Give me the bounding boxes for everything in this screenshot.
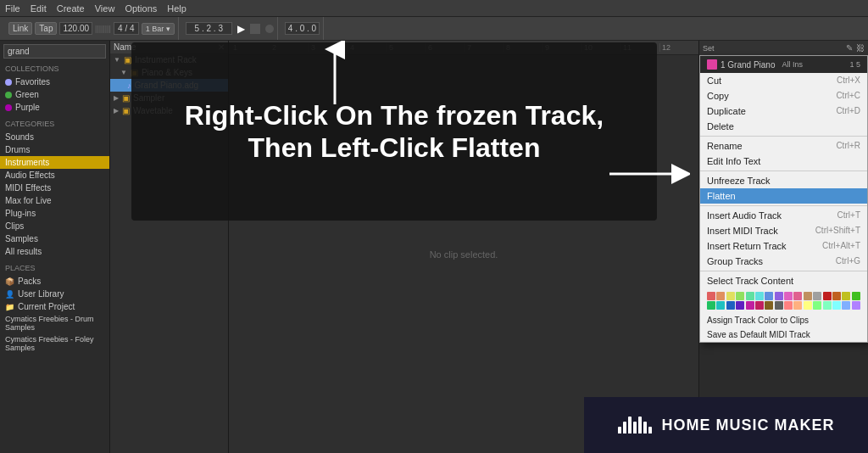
sidebar-audio-effects[interactable]: Audio Effects [0, 169, 109, 182]
menu-edit[interactable]: Edit [31, 3, 47, 14]
categories-title: Categories [0, 117, 109, 131]
favorites-label: Favorites [15, 77, 50, 87]
bpm-bars: |||||||| [95, 25, 111, 33]
swatch-11[interactable] [804, 292, 812, 300]
swatch-31[interactable] [842, 301, 850, 310]
hmm-badge: HOME MUSIC MAKER [584, 397, 868, 453]
ctx-rename[interactable]: Rename Ctrl+R [700, 138, 867, 154]
swatch-2[interactable] [716, 292, 725, 300]
toolbar-link-section: Link Tap 120.00 |||||||| 4 / 4 1 Bar ▾ [5, 17, 179, 40]
loop-btn[interactable]: 1 Bar ▾ [142, 23, 175, 35]
ctx-sep-3 [700, 205, 867, 206]
swatch-13[interactable] [823, 292, 832, 300]
bar-3 [628, 417, 632, 433]
ctx-insert-return[interactable]: Insert Return Track Ctrl+Alt+T [700, 238, 867, 254]
swatch-19[interactable] [726, 301, 735, 310]
swatch-28[interactable] [813, 301, 821, 310]
swatch-9[interactable] [784, 292, 793, 300]
swatch-16[interactable] [852, 292, 860, 300]
sidebar-cymatics-foley[interactable]: Cymatics Freebies - Foley Samples [0, 333, 109, 354]
device-edit-icon[interactable]: ✎ [846, 43, 853, 53]
swatch-15[interactable] [842, 292, 850, 300]
ctx-insert-audio[interactable]: Insert Audio Track Ctrl+T [700, 208, 867, 223]
ctx-duplicate[interactable]: Duplicate Ctrl+D [700, 103, 867, 119]
menu-file[interactable]: File [5, 3, 20, 14]
sidebar-user-library[interactable]: 👤 User Library [0, 288, 109, 300]
menu-help[interactable]: Help [167, 3, 186, 14]
ctx-edit-info[interactable]: Edit Info Text [700, 154, 867, 169]
ctx-assign-color[interactable]: Assign Track Color to Clips [700, 313, 867, 327]
stop-button[interactable] [250, 24, 260, 34]
tap-button[interactable]: Tap [35, 22, 57, 35]
swatch-7[interactable] [765, 292, 773, 300]
sidebar-current-project[interactable]: 📁 Current Project [0, 300, 109, 313]
swatch-29[interactable] [823, 301, 832, 310]
time-sig[interactable]: 4 / 4 [114, 22, 139, 35]
swatch-23[interactable] [765, 301, 773, 310]
sidebar-midi-effects[interactable]: MIDI Effects [0, 182, 109, 194]
sidebar-instruments[interactable]: Instruments [0, 156, 109, 169]
folder-icon3: ▣ [122, 93, 130, 103]
sidebar-clips[interactable]: Clips [0, 220, 109, 232]
ctx-delete[interactable]: Delete [700, 119, 867, 134]
file-icon: ♪ [127, 81, 131, 90]
swatch-21[interactable] [746, 301, 754, 310]
swatch-8[interactable] [775, 292, 783, 300]
play-button[interactable]: ▶ [237, 23, 245, 35]
record-button[interactable] [265, 25, 274, 33]
folder-icon4: ▣ [122, 106, 130, 115]
swatch-20[interactable] [736, 301, 744, 310]
folder-icon: ▣ [124, 55, 131, 64]
position-display[interactable]: 5 . 2 . 3 [186, 22, 232, 35]
bar-7 [648, 427, 652, 433]
menu-options[interactable]: Options [125, 3, 157, 14]
swatch-5[interactable] [746, 292, 754, 300]
swatch-27[interactable] [804, 301, 812, 310]
swatch-24[interactable] [775, 301, 783, 310]
swatch-12[interactable] [813, 292, 821, 300]
color-palette [700, 288, 867, 313]
sidebar-sounds[interactable]: Sounds [0, 131, 109, 143]
ctx-select-content[interactable]: Select Track Content [700, 273, 867, 288]
swatch-1[interactable] [707, 292, 715, 300]
link-button[interactable]: Link [8, 22, 32, 35]
menu-create[interactable]: Create [57, 3, 85, 14]
search-input[interactable] [3, 44, 106, 59]
swatch-22[interactable] [755, 301, 764, 310]
sidebar-green[interactable]: Green [0, 88, 109, 101]
menu-view[interactable]: View [95, 3, 115, 14]
purple-dot [5, 104, 12, 111]
swatch-14[interactable] [832, 292, 841, 300]
swatch-10[interactable] [793, 292, 802, 300]
swatch-25[interactable] [784, 301, 793, 310]
ctx-copy[interactable]: Copy Ctrl+C [700, 88, 867, 103]
swatch-30[interactable] [832, 301, 841, 310]
swatch-32[interactable] [852, 301, 860, 310]
ctx-unfreeze[interactable]: Unfreeze Track [700, 173, 867, 188]
ctx-cut[interactable]: Cut Ctrl+X [700, 73, 867, 88]
ctx-insert-midi[interactable]: Insert MIDI Track Ctrl+Shift+T [700, 223, 867, 238]
device-chain-icon[interactable]: ⛓ [856, 43, 865, 53]
swatch-3[interactable] [726, 292, 735, 300]
sidebar-favorites[interactable]: Favorites [0, 76, 109, 88]
purple-label: Purple [15, 103, 40, 112]
ctx-group-tracks[interactable]: Group Tracks Ctrl+G [700, 254, 867, 269]
sidebar-samples[interactable]: Samples [0, 232, 109, 245]
swatch-6[interactable] [755, 292, 764, 300]
sidebar-plugins[interactable]: Plug-ins [0, 207, 109, 220]
swatch-17[interactable] [707, 301, 715, 310]
sidebar-drums[interactable]: Drums [0, 143, 109, 156]
device-panel: Set ✎ ⛓ 1 Grand Piano All Ins 1 5 Cut Ct… [698, 41, 868, 453]
sidebar-max-live[interactable]: Max for Live [0, 194, 109, 207]
swatch-18[interactable] [716, 301, 725, 310]
sidebar-purple[interactable]: Purple [0, 101, 109, 114]
sidebar-packs[interactable]: 📦 Packs [0, 275, 109, 288]
sidebar-cymatics-drum[interactable]: Cymatics Freebies - Drum Samples [0, 313, 109, 333]
swatch-4[interactable] [736, 292, 744, 300]
bpm-display[interactable]: 120.00 [59, 22, 92, 35]
ctx-save-default[interactable]: Save as Default MIDI Track [700, 327, 867, 342]
sidebar-all-results[interactable]: All results [0, 245, 109, 258]
ctx-flatten[interactable]: Flatten [700, 188, 867, 204]
instruction-overlay: Right-Click On The frozen Track, Then Le… [131, 42, 657, 221]
swatch-26[interactable] [793, 301, 802, 310]
